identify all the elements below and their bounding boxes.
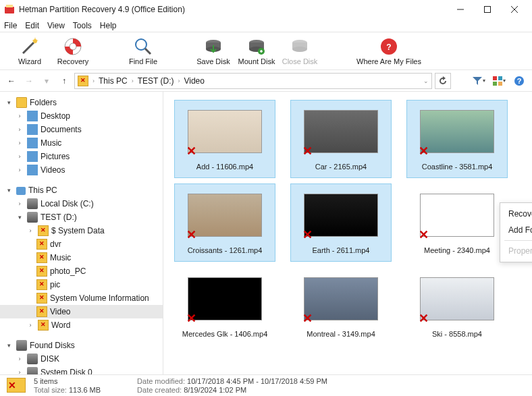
thumbnail [304, 194, 378, 237]
svg-rect-3 [485, 7, 491, 13]
nav-back[interactable]: ← [4, 74, 19, 88]
menu-file[interactable]: File [4, 21, 17, 30]
disk-close-icon [290, 37, 309, 56]
tree-testd[interactable]: ▾TEST (D:) [0, 210, 163, 224]
file-item[interactable]: ✕Car - 2165.mp4 [290, 100, 392, 178]
tree-localc[interactable]: ›Local Disk (C:) [0, 197, 163, 210]
svg-rect-26 [493, 82, 497, 86]
chevron-down-icon[interactable]: ⌄ [423, 78, 429, 84]
file-grid[interactable]: ✕Add - 11606.mp4 ✕Car - 2165.mp4 ✕Coastl… [163, 92, 532, 374]
help-button[interactable]: ? [510, 73, 528, 89]
status-modified: 10/17/2018 4:45 PM - 10/17/2018 4:59 PM [187, 377, 327, 385]
tree-sysdata[interactable]: ›$ System Data [0, 224, 163, 237]
tree-thispc[interactable]: ▾This PC [0, 183, 163, 197]
videos-icon [27, 165, 38, 175]
menu-edit[interactable]: Edit [25, 21, 39, 30]
wizard-button[interactable]: Wizard [8, 37, 51, 65]
file-item[interactable]: ✕Meeting - 2340.mp4 [406, 183, 508, 262]
file-item[interactable]: ✕Coastline - 3581.mp4 [406, 100, 508, 178]
tree-video[interactable]: Video [0, 305, 163, 318]
chevron-right-icon: › [132, 78, 134, 84]
folder-deleted-icon [36, 306, 47, 317]
findfile-button[interactable]: Find File [122, 37, 165, 65]
folder-tree[interactable]: ▾Folders ›Desktop ›Documents ›Music ›Pic… [0, 92, 163, 374]
file-item[interactable]: ✕Croissants - 1261.mp4 [174, 183, 275, 262]
refresh-button[interactable] [435, 73, 451, 89]
context-menu: RecoveryCtrl+R Add For Recovery Properti… [500, 202, 532, 262]
svg-line-6 [23, 43, 34, 53]
svg-rect-0 [5, 7, 14, 13]
chevron-right-icon: › [92, 78, 95, 84]
file-item[interactable]: ✕Mercedes Glk - 1406.mp4 [174, 267, 275, 345]
deleted-icon: ✕ [302, 227, 313, 242]
thumbnail [420, 277, 494, 320]
breadcrumb-drive[interactable]: TEST (D:) [138, 76, 174, 86]
file-item[interactable]: ✕Add - 11606.mp4 [174, 100, 275, 178]
thumbnail [188, 110, 262, 153]
svg-line-11 [145, 49, 151, 54]
where-button[interactable]: ? Where Are My Files [348, 37, 429, 65]
disk-icon [27, 367, 38, 374]
nav-history[interactable]: ▾ [39, 74, 54, 88]
ctx-add-recovery[interactable]: Add For Recovery [500, 222, 532, 238]
svg-text:?: ? [517, 77, 522, 85]
documents-icon [27, 124, 38, 135]
view-button[interactable]: ▾ [490, 73, 508, 89]
filter-button[interactable]: ▾ [470, 73, 487, 89]
recovery-button[interactable]: Recovery [51, 37, 95, 65]
tree-videos[interactable]: ›Videos [0, 163, 163, 177]
deleted-icon: ✕ [419, 144, 429, 159]
pc-icon [16, 187, 26, 195]
menu-tools[interactable]: Tools [73, 21, 92, 30]
disk-icon [27, 198, 38, 209]
tree-photopc[interactable]: photo_PC [0, 264, 163, 278]
nav-up[interactable]: ↑ [57, 74, 72, 88]
pictures-icon [27, 151, 38, 162]
tree-pictures[interactable]: ›Pictures [0, 150, 163, 163]
folder-deleted-icon [36, 239, 47, 250]
statusbar: 5 items Total size: 113.6 MB Date modifi… [0, 374, 532, 396]
folder-deleted-icon [36, 279, 47, 290]
savedisk-button[interactable]: Save Disk [192, 37, 235, 65]
disk-icon [16, 340, 27, 351]
tree-documents[interactable]: ›Documents [0, 123, 163, 136]
status-count: 5 items [34, 377, 101, 385]
tree-dvr[interactable]: dvr [0, 237, 163, 251]
file-item[interactable]: ✕Earth - 2611.mp4 [290, 183, 392, 262]
desktop-icon [27, 111, 38, 121]
music-icon [27, 138, 38, 148]
titlebar: Hetman Partition Recovery 4.9 (Office Ed… [0, 0, 532, 19]
folder-icon [16, 97, 27, 108]
tree-folders[interactable]: ▾Folders [0, 96, 163, 109]
menu-help[interactable]: Help [100, 21, 117, 30]
tree-desktop[interactable]: ›Desktop [0, 109, 163, 123]
maximize-button[interactable] [474, 0, 501, 19]
tree-disk[interactable]: ›DISK [0, 352, 163, 366]
tree-sysvol[interactable]: System Volume Information [0, 291, 163, 305]
thumbnail [420, 194, 494, 237]
tree-pic[interactable]: pic [0, 278, 163, 291]
thumbnail [304, 277, 378, 320]
tree-music2[interactable]: Music [0, 251, 163, 264]
file-item[interactable]: ✕Ski - 8558.mp4 [406, 267, 508, 345]
menu-view[interactable]: View [47, 21, 65, 30]
svg-point-10 [136, 39, 147, 50]
breadcrumb-folder[interactable]: Video [184, 76, 204, 86]
file-item[interactable]: ✕Montreal - 3149.mp4 [290, 267, 392, 345]
minimize-button[interactable] [447, 0, 474, 19]
breadcrumb[interactable]: › This PC › TEST (D:) › Video ⌄ [74, 73, 432, 89]
folder-icon [78, 76, 88, 86]
close-button[interactable] [501, 0, 528, 19]
thumbnail [304, 110, 378, 153]
tree-found[interactable]: ▾Found Disks [0, 339, 163, 352]
ctx-recovery[interactable]: RecoveryCtrl+R [500, 206, 532, 222]
breadcrumb-pc[interactable]: This PC [99, 76, 128, 86]
tree-sysdisk0[interactable]: ›System Disk 0 [0, 366, 163, 374]
folder-deleted-icon [36, 252, 47, 263]
window-title: Hetman Partition Recovery 4.9 (Office Ed… [19, 5, 447, 14]
separator [504, 240, 532, 241]
mountdisk-button[interactable]: Mount Disk [235, 37, 278, 65]
svg-point-21 [292, 47, 307, 52]
tree-music[interactable]: ›Music [0, 136, 163, 150]
tree-word[interactable]: ›Word [0, 318, 163, 332]
